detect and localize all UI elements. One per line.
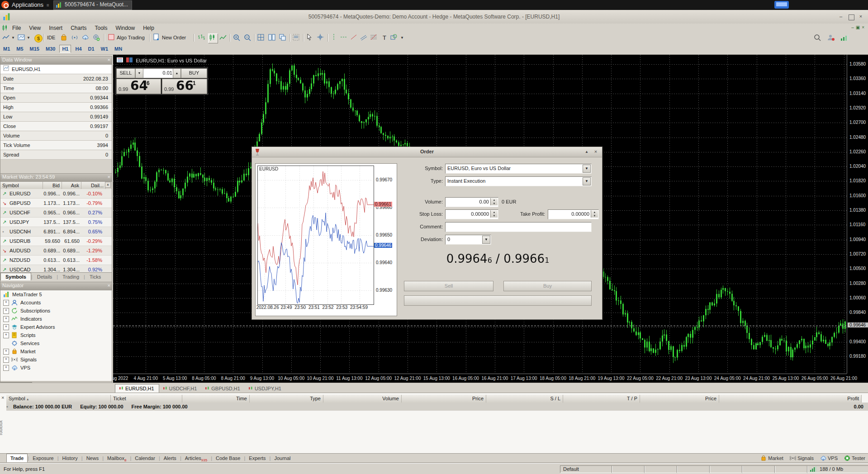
toolbox-tab-news[interactable]: News (83, 454, 103, 462)
navigator-item-vps[interactable]: +VPS (0, 364, 112, 372)
timeframe-d1[interactable]: D1 (86, 45, 97, 52)
navigator-item-accounts[interactable]: +Accounts (0, 299, 112, 307)
vertical-line-tool-icon[interactable] (330, 33, 339, 43)
take-profit-input[interactable]: 0.00000▲▼ (548, 209, 599, 219)
timeframe-m1[interactable]: M1 (1, 45, 12, 52)
shortcut-tester[interactable]: Tester (844, 455, 865, 461)
toolbox-column-profit[interactable]: Profit (719, 395, 862, 403)
community-account-icon[interactable] (827, 33, 836, 43)
volume-up-icon[interactable]: ▲ (173, 68, 181, 78)
data-window-close-icon[interactable]: × (108, 57, 110, 62)
toolbox-tab-code-base[interactable]: Code Base (212, 454, 244, 462)
toolbox-column-price[interactable]: Price (640, 395, 719, 403)
crosshair-icon[interactable] (317, 33, 326, 43)
tab-symbols[interactable]: Symbols (0, 273, 31, 280)
symbol-select[interactable]: EURUSD, Euro vs US Dollar▼ (445, 164, 592, 174)
deviation-dropdown-icon[interactable]: ▼ (482, 236, 490, 244)
navigator-item-indicators[interactable]: +Indicators (0, 315, 112, 323)
buy-button[interactable]: Buy (503, 281, 592, 291)
applications-menu[interactable]: Applications (12, 1, 43, 8)
chart-tab-usdchfh1[interactable]: USDCHF,H1 (159, 384, 202, 393)
expand-icon[interactable]: + (3, 300, 9, 306)
market-watch-column-bid[interactable]: Bid (43, 182, 62, 189)
ubuntu-logo-icon[interactable] (1, 1, 9, 9)
scroll-up-icon[interactable]: ▲ (105, 182, 111, 188)
mql5-community-icon[interactable] (92, 33, 101, 43)
navigator-item-subscriptions[interactable]: +Subscriptions (0, 307, 112, 315)
chart-profile-icon[interactable] (17, 33, 26, 43)
navigator-item-signals[interactable]: +Signals (0, 356, 112, 364)
buy-quote-button[interactable]: 0.99 66 1 (162, 79, 207, 94)
cursor-icon[interactable] (306, 33, 315, 43)
new-order-icon[interactable] (153, 33, 162, 43)
one-click-volume-input[interactable]: 0.01 (143, 68, 175, 78)
toolbox-tab-journal[interactable]: Journal (270, 454, 294, 462)
timeframe-mn[interactable]: MN (112, 45, 124, 52)
comment-input[interactable] (445, 222, 592, 232)
grid-icon[interactable] (257, 33, 266, 43)
toolbox-column-sl[interactable]: S / L (486, 395, 563, 403)
stop-loss-spinner[interactable]: ▲▼ (490, 210, 498, 218)
toolbox-tab-experts[interactable]: Experts (245, 454, 269, 462)
market-watch-column-dail[interactable]: Dail... (81, 182, 106, 189)
expand-icon[interactable]: + (3, 316, 9, 322)
algo-trading-button[interactable]: Algo Trading (117, 35, 145, 40)
toolbox-tab-articles[interactable]: Articles935 (181, 454, 211, 464)
menu-window[interactable]: Window (112, 24, 139, 33)
one-click-sell-tab[interactable]: SELL (116, 68, 135, 78)
navigator-item-expert-advisors[interactable]: +Expert Advisors (0, 323, 112, 331)
data-window-icon[interactable] (292, 33, 301, 43)
toolbox-tab-mailbox[interactable]: Mailbox8 (104, 454, 130, 464)
toolbox-column-time[interactable]: Time (182, 395, 250, 403)
shapes-tool-icon[interactable] (390, 33, 399, 43)
one-click-trading-icon[interactable] (126, 57, 133, 62)
fibonacci-tool-icon[interactable] (370, 33, 379, 43)
timeframe-m5[interactable]: M5 (14, 45, 25, 52)
zoom-out-icon[interactable] (243, 33, 252, 43)
market-bag-icon[interactable] (60, 33, 69, 43)
tile-windows-icon[interactable] (268, 33, 277, 43)
chart-type-icon[interactable] (2, 33, 11, 43)
market-watch-column-symbol[interactable]: Symbol (0, 182, 43, 189)
toolbox-tab-calendar[interactable]: Calendar (131, 454, 159, 462)
expand-icon[interactable]: + (3, 324, 9, 330)
symbol-dropdown-icon[interactable]: ▼ (583, 165, 591, 173)
time-axis[interactable]: 4 Aug 20224 Aug 21:005 Aug 13:008 Aug 05… (113, 374, 847, 383)
toolbox-column-ticket[interactable]: Ticket (111, 395, 182, 403)
metaeditor-button[interactable]: IDE (47, 35, 55, 40)
toolbox-close-icon[interactable]: × (1, 395, 4, 400)
chart-tab-eurusdh1[interactable]: EURUSD,H1 (115, 384, 159, 393)
connection-status-icon[interactable] (840, 33, 849, 43)
display-icon[interactable] (774, 1, 789, 9)
candle-chart-mode-icon[interactable] (208, 33, 218, 43)
timeframe-h4[interactable]: H4 (73, 45, 84, 52)
chart-tab-gbpusdh1[interactable]: GBPUSD,H1 (201, 384, 245, 393)
tab-trading[interactable]: Trading (58, 273, 84, 280)
market-watch-column-ask[interactable]: Ask (62, 182, 81, 189)
navigator-item-market[interactable]: +Market (0, 347, 112, 356)
toolbox-column-volume[interactable]: Volume (323, 395, 402, 403)
signals-toolbar-icon[interactable] (71, 33, 80, 43)
navigator-close-icon[interactable]: × (108, 283, 110, 288)
stop-loss-input[interactable]: 0.00000▲▼ (445, 209, 498, 219)
market-watch-row[interactable]: ↘AUDUSD0.689...0.689...-1.29% (0, 246, 112, 256)
expand-icon[interactable]: + (3, 332, 9, 338)
mdi-window-controls[interactable]: –▣× (851, 25, 866, 30)
status-profile[interactable]: Default (560, 465, 612, 473)
volume-spinner[interactable]: ▲▼ (490, 198, 498, 205)
toolbox-column-symbol[interactable]: Symbol ▲ (6, 395, 111, 403)
shortcut-signals[interactable]: Signals (790, 455, 814, 461)
vps-cloud-icon[interactable] (81, 33, 90, 43)
data-window-header[interactable]: Data Window× (0, 57, 112, 65)
market-watch-row[interactable]: •USDCNH6.891...6.894...0.65% (0, 227, 112, 237)
expand-icon[interactable]: + (3, 349, 9, 355)
cascade-windows-icon[interactable] (279, 33, 288, 43)
type-select[interactable]: Instant Execution▼ (445, 176, 592, 186)
tab-details[interactable]: Details (33, 273, 57, 280)
zoom-in-icon[interactable] (232, 33, 242, 43)
timeframe-m15[interactable]: M15 (28, 45, 42, 52)
deposit-icon[interactable]: $ (33, 33, 43, 43)
menu-insert[interactable]: Insert (45, 24, 66, 33)
taskbar-window-button[interactable]: 5005794674 - MetaQuot... (53, 0, 132, 10)
objects-caret-icon[interactable]: ▼ (400, 33, 404, 43)
